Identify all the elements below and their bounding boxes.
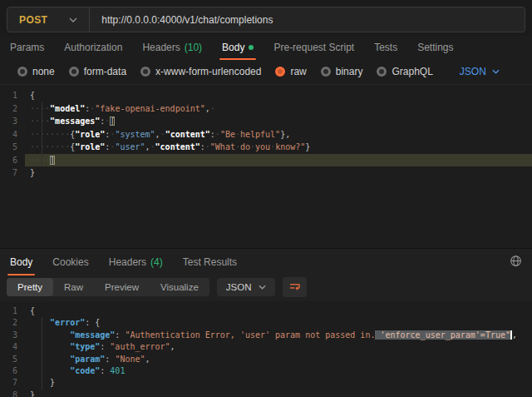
code-line[interactable]: 1{ [0,89,532,102]
tab-params[interactable]: Params [10,42,44,60]
code-line[interactable]: 8} [0,390,532,397]
tab-label: Headers [142,42,180,53]
indent-guide [42,102,42,166]
code-line[interactable]: 6 "code": 401 [0,365,532,377]
tab-tests[interactable]: Tests [374,42,397,60]
method-selector[interactable]: POST [7,14,89,26]
body-mode-raw[interactable]: raw [275,66,306,77]
mode-label: form-data [84,66,126,77]
globe-icon[interactable] [510,255,522,267]
line-number: 2 [0,102,25,116]
code-line[interactable]: 7 } [0,377,532,389]
code-line[interactable]: 4 "type": "auth_error", [0,341,532,353]
tab-test-results[interactable]: Test Results [183,256,237,275]
view-raw[interactable]: Raw [53,278,94,296]
code-content: "error": { [25,317,532,329]
code-content: "param": "None", [25,354,532,365]
response-language-label: JSON [226,282,252,292]
request-language-label: JSON [460,66,486,77]
tab-body[interactable]: Body [10,256,32,275]
tab-label: Settings [417,42,453,53]
mode-label: none [32,66,55,77]
body-mode-binary[interactable]: binary [321,66,363,77]
request-body-editor[interactable]: 1{2····"model":·"fake-openai-endpoint",·… [0,85,532,248]
mode-label: GraphQL [392,66,432,77]
chevron-down-icon [69,17,77,22]
chevron-down-icon [492,69,500,74]
radio-icon [321,67,331,77]
view-preview[interactable]: Preview [94,278,150,296]
code-content: { [25,89,532,102]
tab-label: Headers [109,256,146,268]
code-content: "message": "Authentication Error, 'user'… [25,330,532,341]
indent-guide [42,317,42,390]
mode-label: x-www-form-urlencoded [155,66,261,77]
method-label: POST [19,14,47,26]
code-line[interactable]: 7} [0,166,532,180]
tab-headers[interactable]: Headers(10) [142,42,202,60]
radio-icon [69,67,79,77]
code-content: ····"model":·"fake-openai-endpoint",· [25,102,532,116]
line-number: 4 [0,341,25,353]
tab-authorization[interactable]: Authorization [64,42,122,60]
line-number: 5 [0,141,25,154]
request-url-bar-section: POST http://0.0.0.0:4000/v1/chat/complet… [0,0,532,37]
view-visualize[interactable]: Visualize [150,278,209,296]
response-tabs-list: BodyCookiesHeaders(4)Test Results [10,256,237,275]
body-mode-form-data[interactable]: form-data [69,66,126,77]
tab-headers[interactable]: Headers(4) [109,256,163,275]
response-language-select[interactable]: JSON [217,278,276,296]
code-line[interactable]: 2····"model":·"fake-openai-endpoint",· [0,102,532,116]
code-line[interactable]: 2 "error": { [0,317,532,329]
tab-label: Params [10,42,44,53]
line-number: 8 [0,390,25,397]
body-mode-none[interactable]: none [17,66,55,77]
line-number: 7 [0,166,25,180]
tab-body[interactable]: Body [222,42,254,60]
code-line[interactable]: 4········{"role":·"system",·"content":·"… [0,128,532,141]
count-badge: (4) [150,256,163,268]
line-number: 4 [0,128,25,141]
line-number: 3 [0,330,25,341]
code-line[interactable]: 3 "message": "Authentication Error, 'use… [0,330,532,341]
body-type-row: noneform-datax-www-form-urlencodedrawbin… [0,60,532,85]
count-badge: (10) [185,42,202,53]
code-content: } [25,377,532,389]
code-content: "type": "auth_error", [25,341,532,353]
tab-label: Cookies [52,256,88,268]
chevron-down-icon [259,285,266,290]
tab-settings[interactable]: Settings [417,42,453,60]
radio-icon [17,67,27,77]
unsaved-dot-icon [249,45,254,50]
body-mode-x-www-form-urlencoded[interactable]: x-www-form-urlencoded [140,66,261,77]
radio-icon [275,67,285,77]
code-content: ········{"role":·"user",·"content":·"Wha… [25,141,532,154]
line-number: 6 [0,154,25,167]
code-content: } [25,390,532,397]
view-pretty[interactable]: Pretty [7,278,53,296]
code-content: ····] [25,154,532,167]
code-line[interactable]: 5········{"role":·"user",·"content":·"Wh… [0,141,532,154]
line-number: 3 [0,115,25,128]
radio-icon [377,67,387,77]
url-input[interactable]: http://0.0.0.0:4000/v1/chat/completions [90,14,273,26]
code-line[interactable]: 1{ [0,305,532,317]
url-bar: POST http://0.0.0.0:4000/v1/chat/complet… [7,7,525,32]
code-content: "code": 401 [25,365,532,377]
line-number: 5 [0,354,25,365]
code-line[interactable]: 6····] [0,154,532,167]
wrap-text-button[interactable] [283,277,307,297]
tab-label: Body [222,42,244,53]
body-mode-graphql[interactable]: GraphQL [377,66,432,77]
code-content: } [25,166,532,180]
response-body-editor[interactable]: 1{2 "error": {3 "message": "Authenticati… [0,301,532,397]
line-number: 1 [0,305,25,317]
response-view-switch: PrettyRawPreviewVisualize [7,278,209,296]
radio-icon [140,67,150,77]
mode-label: binary [336,66,363,77]
tab-cookies[interactable]: Cookies [52,256,88,275]
code-line[interactable]: 5 "param": "None", [0,354,532,365]
request-language-select[interactable]: JSON [460,66,500,77]
code-line[interactable]: 3····"messages":·[ [0,115,532,128]
tab-pre-request-script[interactable]: Pre-request Script [273,42,354,60]
